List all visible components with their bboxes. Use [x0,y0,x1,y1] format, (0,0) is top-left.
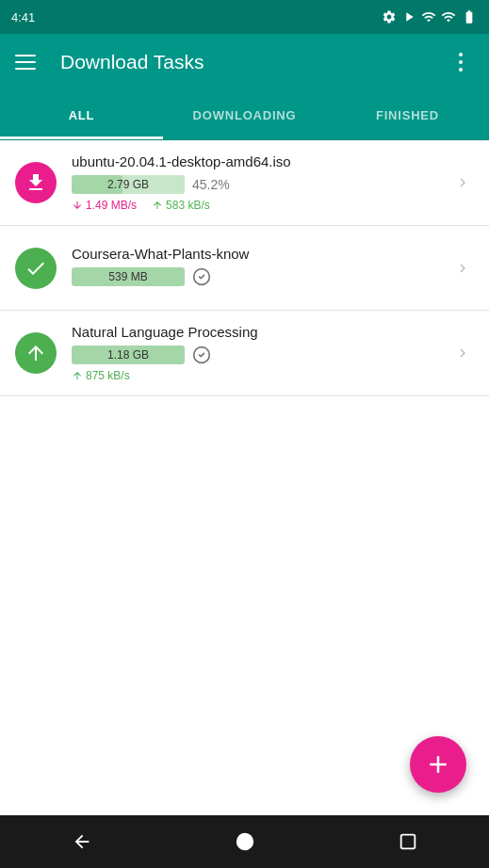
task-icon-downloading [15,162,57,203]
play-icon [401,9,416,24]
svg-point-2 [236,833,253,850]
status-time: 4:41 [11,10,35,24]
back-icon [72,831,92,852]
status-bar: 4:41 [0,0,489,34]
arrow-down-icon [72,200,83,211]
task-speed-down-1: 1.49 MB/s [72,199,137,212]
more-button[interactable] [448,53,474,72]
progress-bar-text-1: 2.79 GB [72,175,185,194]
progress-bar-text-3: 1.18 GB [72,346,185,364]
settings-icon [382,9,397,24]
task-speeds-1: 1.49 MB/s 583 kB/s [72,199,444,212]
task-item-1[interactable]: ubuntu-20.04.1-desktop-amd64.iso 2.79 GB… [0,140,489,226]
arrow-up-icon-3 [72,370,83,381]
task-progress-wrap-2: 539 MB [72,267,444,286]
svg-rect-3 [400,835,415,849]
tab-finished[interactable]: FINISHED [326,90,489,139]
wifi-icon [441,9,456,24]
nav-recents-button[interactable] [387,821,429,862]
task-progress-wrap-3: 1.18 GB [72,346,444,364]
task-name-3: Natural Language Processing [72,324,444,340]
tab-all[interactable]: ALL [0,90,163,139]
task-icon-seeding-3 [15,332,57,374]
task-name-2: Coursera-What-Plants-know [72,246,444,262]
add-button[interactable] [410,736,466,793]
nav-bar [0,815,489,868]
verified-icon-3 [192,346,211,364]
task-info-2: Coursera-What-Plants-know 539 MB [72,246,444,291]
task-speed-up-1: 583 kB/s [152,199,210,212]
add-icon [424,750,452,779]
verified-icon-2 [192,267,211,286]
progress-bar-bg-2: 539 MB [72,267,185,286]
task-percent-1: 45.2% [192,177,230,192]
tab-bar: ALL DOWNLOADING FINISHED [0,90,489,140]
menu-button[interactable] [15,47,45,77]
status-icons [382,9,478,24]
task-name-1: ubuntu-20.04.1-desktop-amd64.iso [72,153,444,169]
recents-icon [398,831,418,852]
chevron-icon-2 [451,257,474,280]
upload-icon-3 [24,342,47,364]
arrow-up-icon [152,200,163,211]
page-title: Download Tasks [60,51,448,73]
home-circle-icon [235,831,255,852]
task-list: ubuntu-20.04.1-desktop-amd64.iso 2.79 GB… [0,140,489,396]
progress-bar-bg-1: 2.79 GB [72,175,185,194]
task-info-1: ubuntu-20.04.1-desktop-amd64.iso 2.79 GB… [72,153,444,212]
battery-icon [461,9,478,24]
nav-home-button[interactable] [224,821,266,862]
download-arrow-icon [24,171,47,194]
task-speeds-3: 875 kB/s [72,369,444,382]
task-icon-seeding-2 [15,248,57,289]
task-progress-wrap-1: 2.79 GB 45.2% [72,175,444,194]
signal-icon [421,9,436,24]
toolbar: Download Tasks [0,34,489,90]
task-item-2[interactable]: Coursera-What-Plants-know 539 MB [0,226,489,311]
tab-downloading[interactable]: DOWNLOADING [163,90,326,139]
task-speed-up-3: 875 kB/s [72,369,130,382]
check-circle-icon-2 [24,257,47,280]
nav-back-button[interactable] [61,821,103,862]
task-info-3: Natural Language Processing 1.18 GB 875 … [72,324,444,382]
chevron-icon-3 [451,342,474,364]
task-item-3[interactable]: Natural Language Processing 1.18 GB 875 … [0,311,489,396]
progress-bar-text-2: 539 MB [72,267,185,286]
progress-bar-bg-3: 1.18 GB [72,346,185,364]
time-text: 4:41 [11,10,35,24]
chevron-icon-1 [451,171,474,194]
